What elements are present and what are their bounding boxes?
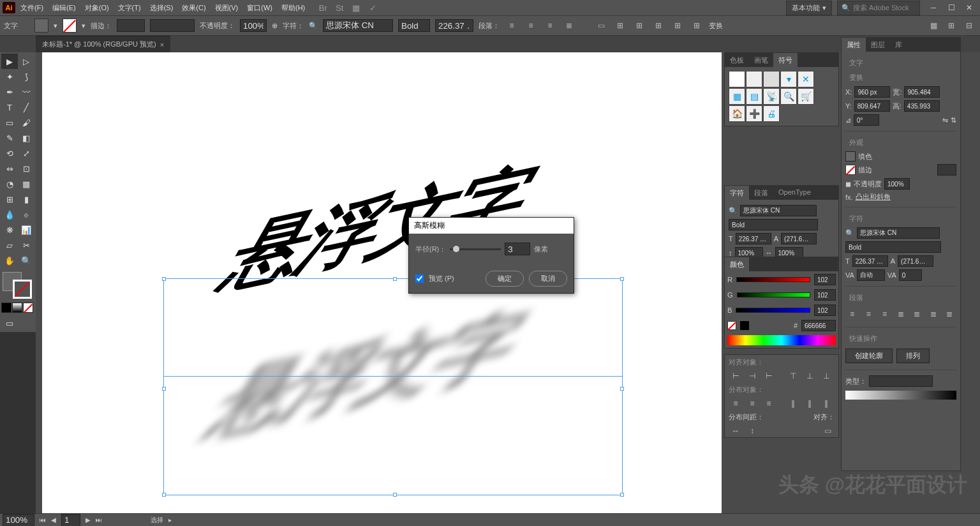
line-tool[interactable]: ╱ xyxy=(18,100,34,115)
workspace-switcher[interactable]: 基本功能▾ xyxy=(786,1,832,15)
screen-mode-icon[interactable]: ▭ xyxy=(1,315,18,331)
tab-libraries[interactable]: 库 xyxy=(890,38,907,52)
menu-help[interactable]: 帮助(H) xyxy=(278,1,309,15)
eyedropper-tool[interactable]: 💧 xyxy=(1,207,18,222)
justify-icon[interactable]: ≣ xyxy=(562,19,576,32)
tab-brushes[interactable]: 画笔 xyxy=(749,53,773,67)
transform-link[interactable]: 变换 xyxy=(709,21,723,31)
r-input[interactable] xyxy=(814,274,836,285)
snap-pixel-icon[interactable]: ▦ xyxy=(926,19,940,32)
none-swatch[interactable] xyxy=(727,321,736,330)
dist-left-btn[interactable]: ‖ xyxy=(786,397,800,410)
pen-tool[interactable]: ✒ xyxy=(1,84,18,100)
fill-color-swatch[interactable] xyxy=(845,151,856,162)
width-tool[interactable]: ⇔ xyxy=(1,161,18,176)
arrange-button[interactable]: 排列 xyxy=(896,349,930,363)
tab-layers[interactable]: 图层 xyxy=(866,38,890,52)
perspective-tool[interactable]: ▦ xyxy=(18,176,34,192)
gradient-preview[interactable] xyxy=(845,391,956,400)
menu-file[interactable]: 文件(F) xyxy=(17,1,47,15)
graph-tool[interactable]: 📊 xyxy=(18,222,34,237)
selection-tool[interactable]: ▶ xyxy=(1,54,18,69)
align-top-btn[interactable]: ⊤ xyxy=(786,370,800,382)
tab-properties[interactable]: 属性 xyxy=(842,38,866,52)
align-center-icon[interactable]: ≡ xyxy=(524,19,538,32)
font-size-input[interactable] xyxy=(435,19,473,32)
preview-checkbox[interactable] xyxy=(415,274,424,283)
p-align-l[interactable]: ≡ xyxy=(845,308,859,320)
symbol-item[interactable]: 🛒 xyxy=(798,88,814,105)
spectrum-bar[interactable] xyxy=(727,335,836,345)
prefs-icon[interactable]: ⊟ xyxy=(962,19,976,32)
rotate-tool[interactable]: ⟲ xyxy=(1,146,18,161)
blend-tool[interactable]: ⟐ xyxy=(18,207,34,222)
prop-opacity-input[interactable] xyxy=(884,178,910,190)
dist-right-btn[interactable]: ‖ xyxy=(819,397,833,410)
align-left-btn[interactable]: ⊢ xyxy=(729,370,743,382)
gradient-mode-icon[interactable] xyxy=(12,303,22,313)
b-input[interactable] xyxy=(814,304,836,316)
symbol-item[interactable]: 🖨 xyxy=(763,105,780,122)
none-mode-icon[interactable] xyxy=(23,303,33,313)
artboard-nav-input[interactable] xyxy=(61,514,80,527)
w-input[interactable] xyxy=(904,86,940,98)
shaper-tool[interactable]: ✎ xyxy=(1,130,18,146)
dist-vcenter-btn[interactable]: ≡ xyxy=(745,397,759,410)
align-right-btn[interactable]: ⊢ xyxy=(762,370,776,382)
tab-swatches[interactable]: 色板 xyxy=(725,53,749,67)
create-outlines-button[interactable]: 创建轮廓 xyxy=(845,349,893,363)
paintbrush-tool[interactable]: 🖌 xyxy=(18,115,34,130)
make-envelope-icon[interactable]: ▭ xyxy=(594,19,608,32)
brush-profile[interactable] xyxy=(150,19,195,32)
artboard[interactable]: 悬浮文字 悬浮文字 xyxy=(42,52,722,513)
cancel-button[interactable]: 取消 xyxy=(529,271,567,287)
menu-window[interactable]: 窗口(W) xyxy=(243,1,276,15)
rectangle-tool[interactable]: ▭ xyxy=(1,115,18,130)
gradient-tool[interactable]: ▮ xyxy=(18,192,34,207)
p-just-c[interactable]: ≣ xyxy=(910,308,924,320)
tab-close-icon[interactable]: × xyxy=(160,41,164,49)
color-mode-icon[interactable] xyxy=(1,303,11,313)
search-input[interactable]: 🔍 搜索 Adobe Stock xyxy=(837,1,920,15)
prop-size-input[interactable] xyxy=(852,255,888,267)
minimize-button[interactable]: ─ xyxy=(925,1,942,14)
tab-opentype[interactable]: OpenType xyxy=(773,186,816,200)
dist-hcenter-btn[interactable]: ‖ xyxy=(803,397,817,410)
dist-vspacing-btn[interactable]: ↕ xyxy=(745,425,759,437)
symbol-item[interactable]: 📡 xyxy=(763,88,780,105)
artboard-tool[interactable]: ▱ xyxy=(1,237,18,253)
stroke-weight-input[interactable] xyxy=(117,19,145,32)
p-just-a[interactable]: ≣ xyxy=(943,308,956,320)
symbol-sprayer-tool[interactable]: ❋ xyxy=(1,222,18,237)
style-icon[interactable]: ⊕ xyxy=(272,22,278,30)
hex-input[interactable] xyxy=(801,320,836,331)
dist-bottom-btn[interactable]: ≡ xyxy=(762,397,776,410)
gradient-type-input[interactable] xyxy=(869,375,933,387)
stock-icon[interactable]: St xyxy=(334,3,345,13)
fx-link[interactable]: 凸出和斜角 xyxy=(856,192,891,202)
prop-tracking-input[interactable] xyxy=(899,269,922,281)
flip-v-icon[interactable]: ⇅ xyxy=(951,116,956,124)
arrange-docs-icon[interactable]: ▦ xyxy=(351,3,361,13)
magic-wand-tool[interactable]: ✦ xyxy=(1,69,18,84)
free-transform-tool[interactable]: ⊡ xyxy=(18,161,34,176)
direct-selection-tool[interactable]: ▷ xyxy=(18,54,34,69)
gpu-icon[interactable]: ✓ xyxy=(368,3,378,13)
prop-font-input[interactable] xyxy=(857,227,940,239)
radius-input[interactable] xyxy=(505,243,530,255)
tab-character[interactable]: 字符 xyxy=(725,186,749,200)
tab-paragraph[interactable]: 段落 xyxy=(749,186,773,200)
symbol-item[interactable] xyxy=(746,71,762,87)
align-to-btn[interactable]: ▭ xyxy=(820,425,835,437)
x-input[interactable] xyxy=(854,86,890,98)
align-obj2-icon[interactable]: ⊞ xyxy=(632,19,646,32)
g-input[interactable] xyxy=(814,289,836,301)
symbol-item[interactable]: 🏠 xyxy=(729,105,745,122)
align-obj-icon[interactable]: ⊞ xyxy=(613,19,627,32)
document-tab[interactable]: 未标题-1* @ 100% (RGB/GPU 预览)× xyxy=(36,36,170,52)
p-align-c[interactable]: ≡ xyxy=(861,308,875,320)
align-hcenter-btn[interactable]: ⊣ xyxy=(745,370,759,382)
align-obj5-icon[interactable]: ⊞ xyxy=(690,19,704,32)
symbol-item[interactable] xyxy=(763,71,780,87)
nav-first-icon[interactable]: ⏮ xyxy=(40,516,46,523)
